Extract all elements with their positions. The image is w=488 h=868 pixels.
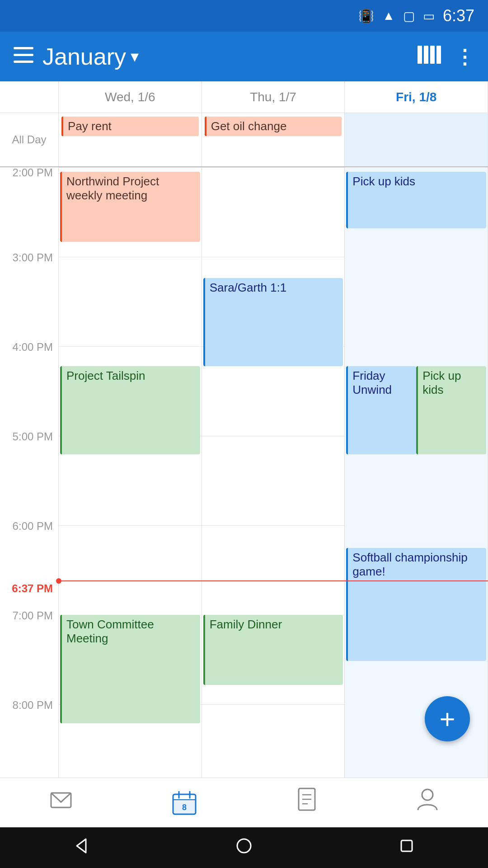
wifi-icon: ▲ [382,9,395,23]
month-label: January [42,43,126,70]
days-container: Northwind Project weekly meeting Project… [59,167,488,778]
profile-icon [417,788,438,816]
time-gutter-header [0,81,59,113]
event-pickup-kids-wed[interactable]: Project Tailspin [60,366,200,454]
allday-row: All Day Pay rent Get oil change [0,113,488,167]
allday-label: All Day [0,113,59,166]
event-sara-garth[interactable]: Pick up kids [346,172,486,228]
svg-rect-0 [14,47,33,49]
day-column-wed: Northwind Project weekly meeting Project… [59,167,202,778]
svg-rect-3 [418,46,422,64]
time-label-3pm: 3:00 PM [0,251,56,264]
allday-event-pay-rent[interactable]: Pay rent [61,117,199,136]
time-label-7pm: 7:00 PM [0,609,56,622]
bottom-nav: 8 [0,778,488,827]
time-label-4pm: 4:00 PM [0,341,56,354]
day-header-thu[interactable]: Thu, 1/7 [202,81,345,113]
event-softball[interactable]: Softball championship game! [346,548,486,661]
nav-mail[interactable] [50,789,72,816]
svg-point-17 [422,789,433,800]
more-options-button[interactable]: ⋮ [455,45,474,68]
day-column-fri: Pick up kids Friday Unwind Pick up kids … [345,167,488,778]
notes-icon [297,788,317,816]
month-dropdown-arrow: ▾ [131,47,139,66]
calendar-grid: 2:00 PM 3:00 PM 4:00 PM 5:00 PM 6:00 PM … [0,167,488,778]
home-button[interactable] [235,837,253,859]
svg-rect-4 [424,46,428,64]
mail-icon [50,789,72,814]
sim-icon: ▢ [403,9,415,24]
status-time: 6:37 [443,6,474,25]
android-nav [0,827,488,868]
time-gutter: 2:00 PM 3:00 PM 4:00 PM 5:00 PM 6:00 PM … [0,167,59,778]
app-bar-actions: ⋮ [418,45,474,68]
time-label-637pm: 6:37 PM [0,582,56,595]
vibrate-icon: 📳 [358,9,374,24]
app-bar: January ▾ ⋮ [0,32,488,81]
svg-rect-2 [14,61,33,63]
current-time-line [59,580,488,581]
month-title[interactable]: January ▾ [42,43,408,70]
current-time-dot [56,578,61,584]
back-button[interactable] [72,837,90,859]
svg-marker-18 [77,839,86,853]
day-header-fri[interactable]: Fri, 1/8 [345,81,488,113]
event-pickup-kids-fri[interactable]: Pick up kids [416,366,486,454]
allday-cell-wed: Pay rent [59,113,202,166]
svg-rect-6 [436,46,441,64]
recent-apps-button[interactable] [398,837,416,859]
event-family-dinner[interactable]: Family Dinner [203,615,343,685]
allday-cells: Pay rent Get oil change [59,113,488,166]
event-town-committee[interactable]: Town Committee Meeting [60,615,200,723]
time-label-5pm: 5:00 PM [0,430,56,443]
event-northwind[interactable]: Northwind Project weekly meeting [60,172,200,242]
day-column-thu: Sara/Garth 1:1 Family Dinner [202,167,345,778]
menu-button[interactable] [14,47,33,66]
event-friday-unwind[interactable]: Friday Unwind [346,366,416,454]
time-label-6pm: 6:00 PM [0,520,56,533]
day-header-wed[interactable]: Wed, 1/6 [59,81,202,113]
svg-point-19 [237,839,251,853]
allday-cell-fri [345,113,488,166]
time-label-8pm: 8:00 PM [0,699,56,712]
svg-rect-5 [430,46,435,64]
day-header-row: Wed, 1/6 Thu, 1/7 Fri, 1/8 [0,81,488,113]
nav-calendar[interactable]: 8 [172,791,197,815]
week-view-button[interactable] [418,46,441,68]
svg-rect-1 [14,54,33,56]
allday-event-oil-change[interactable]: Get oil change [205,117,342,136]
nav-profile[interactable] [417,788,438,818]
battery-icon: ▭ [423,9,435,24]
event-project-tailspin[interactable]: Sara/Garth 1:1 [203,278,343,366]
svg-rect-20 [401,840,412,851]
time-label-2pm: 2:00 PM [0,167,56,179]
allday-cell-thu: Get oil change [202,113,345,166]
add-event-button[interactable]: + [425,696,470,741]
status-bar: 📳 ▲ ▢ ▭ 6:37 [0,0,488,32]
nav-notes[interactable] [297,788,317,818]
